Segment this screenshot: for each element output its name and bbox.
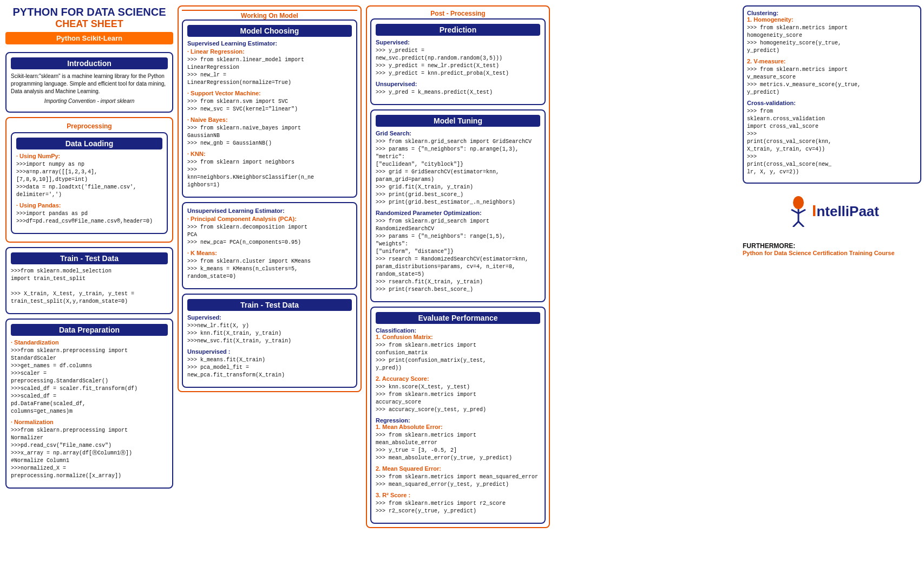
model-choosing-panel: Model Choosing Supervised Learning Estim…: [182, 20, 357, 198]
confusion-code: >>> from sklearn.metrics import confusio…: [376, 342, 540, 372]
preprocessing-label: Preprocessing: [11, 122, 168, 130]
naive-label: · Naive Bayes:: [187, 116, 352, 123]
data-loading-panel: Data Loading · Using NumPy: >>>import nu…: [11, 132, 168, 234]
main-title: PYTHON FOR DATA SCIENCE: [5, 5, 173, 18]
confusion-label: 1. Confusion Matrix:: [376, 334, 540, 340]
naive-code: >>> from sklearn.naive_bayes import Gaus…: [187, 125, 352, 147]
preprocessing-panel: Preprocessing Data Loading · Using NumPy…: [5, 117, 173, 243]
svm-label: · Support Vector Machine:: [187, 90, 352, 96]
mae-label: 1. Mean Absolute Error:: [376, 424, 540, 430]
pandas-code: >>>import pandas as pd >>>df=pd.read_csv…: [16, 210, 162, 225]
unsupervised-label: Unsupervised Learning Estimator:: [187, 207, 352, 214]
crossval-code: >>> from sklearn.cross_validation import…: [747, 108, 917, 176]
column-3: Post - Processing Prediction Supervised:…: [366, 5, 550, 580]
gridsearch-label: Grid Search:: [376, 130, 540, 136]
std-label: · Standardization: [11, 339, 168, 346]
homogeneity-label: 1. Homogeneity:: [747, 16, 917, 23]
pred-supervised-label: Supervised:: [376, 39, 540, 46]
regression-label: Regression:: [376, 417, 540, 424]
pred-unsupervised-label: Unsupervised:: [376, 81, 540, 87]
linear-code: >>> from sklearn.linear_model import Lin…: [187, 56, 352, 87]
column-1: PYTHON FOR DATA SCIENCE CHEAT SHEET Pyth…: [5, 5, 173, 580]
pca-label: · Principal Component Analysis (PCA):: [187, 216, 352, 222]
intellipaat-figure-icon: [785, 194, 812, 227]
data-preparation-panel: Data Preparation · Standardization >>>fr…: [5, 318, 173, 489]
accuracy-code: >>> knn.score(X_test, y_test) >>> from s…: [376, 384, 540, 414]
mse-label: 2. Mean Squared Error:: [376, 465, 540, 472]
page: PYTHON FOR DATA SCIENCE CHEAT SHEET Pyth…: [0, 0, 924, 585]
furthermore-label: FURTHERMORE:: [743, 242, 921, 250]
furthermore-block: FURTHERMORE: Python for Data Science Cer…: [743, 239, 921, 256]
supervised-estimator-label: Supervised Learning Estimator:: [187, 40, 352, 47]
mse-code: >>> from sklearn.metrics import mean_squ…: [376, 473, 540, 489]
cheat-sheet-label: CHEAT SHEET: [5, 18, 173, 30]
model-choosing-title: Model Choosing: [187, 25, 352, 37]
svg-line-4: [793, 222, 798, 227]
train-test2-title: Train - Test Data: [187, 299, 352, 311]
knn-label: · KNN:: [187, 151, 352, 157]
linear-label: · Linear Regression:: [187, 48, 352, 55]
vmeasure-label: 2. V-measure:: [747, 58, 917, 64]
supervised2-code: >>>new_lr.fit(X, y) >>> knn.fit(X_train,…: [187, 322, 352, 345]
accuracy-label: 2. Accuracy Score:: [376, 375, 540, 382]
svg-line-3: [798, 210, 805, 213]
crossval-label: Cross-validation:: [747, 100, 917, 106]
evaluate-panel: Evaluate Performance Classification: 1. …: [370, 307, 546, 524]
header-block: PYTHON FOR DATA SCIENCE CHEAT SHEET Pyth…: [5, 5, 173, 47]
logo-text: ntelliPaat: [816, 203, 879, 219]
randomized-label: Randomized Parameter Optimization:: [376, 210, 540, 216]
train-test-panel: Train - Test Data >>>from sklearn.model_…: [5, 247, 173, 314]
scikit-badge: Python Scikit-Learn: [5, 32, 173, 44]
mae-code: >>> from sklearn.metrics import mean_abs…: [376, 432, 540, 462]
pred-unsupervised-code: >>> y_pred = k_means.predict(X_test): [376, 89, 540, 96]
numpy-code: >>>import numpy as np >>>a=np.array([[1,…: [16, 161, 162, 199]
column-5: Clustering: 1. Homogeneity: >>> from skl…: [743, 5, 921, 580]
supervised2-label: Supervised:: [187, 314, 352, 321]
svg-line-2: [791, 210, 798, 213]
furthermore-link: Python for Data Science Certification Tr…: [743, 250, 921, 256]
model-tuning-title: Model Tuning: [376, 115, 540, 127]
norm-code: >>>from sklearn.preprocessing import Nor…: [11, 427, 168, 480]
unsupervised2-label: Unsupervised :: [187, 348, 352, 355]
svm-code: >>> from sklearn.svm import SVC >>> new_…: [187, 98, 352, 113]
knn-code: >>> from sklearn import neighbors >>> kn…: [187, 159, 352, 189]
column-2: Working On Model Model Choosing Supervis…: [178, 5, 362, 580]
data-preparation-title: Data Preparation: [11, 324, 168, 336]
introduction-panel: Introduction Scikit-learn:"sklearn" is a…: [5, 52, 173, 113]
introduction-body: Scikit-learn:"sklearn" is a machine lear…: [11, 73, 168, 95]
working-on-model-outer: Working On Model Model Choosing Supervis…: [178, 5, 362, 392]
classification-label: Classification:: [376, 327, 540, 334]
pca-code: >>> from sklearn.decomposition import PC…: [187, 224, 352, 246]
model-tuning-panel: Model Tuning Grid Search: >>> from sklea…: [370, 109, 546, 302]
r2-label: 3. R² Score :: [376, 492, 540, 498]
post-label: Post - Processing: [370, 10, 546, 18]
r2-code: >>> from sklearn.metrics import r2_score…: [376, 500, 540, 515]
train-test-title: Train - Test Data: [11, 252, 168, 264]
evaluate-title: Evaluate Performance: [376, 312, 540, 324]
logo-block: IntelliPaat: [743, 194, 921, 228]
numpy-label: · Using NumPy:: [16, 153, 162, 159]
unsupervised-panel: Unsupervised Learning Estimator: · Princ…: [182, 202, 357, 289]
introduction-title: Introduction: [11, 57, 168, 69]
kmeans-label: · K Means:: [187, 250, 352, 256]
kmeans-code: >>> from sklearn.cluster import KMeans >…: [187, 258, 352, 281]
train-test2-panel: Train - Test Data Supervised: >>>new_lr.…: [182, 294, 357, 388]
std-code: >>>from sklearn.preprocessing import Sta…: [11, 347, 168, 415]
homogeneity-code: >>> from sklearn.metrics import homogene…: [747, 24, 917, 55]
importing-text: Importing Convention - import sklearn: [11, 98, 168, 105]
clustering-panel: Clustering: 1. Homogeneity: >>> from skl…: [743, 5, 921, 184]
prediction-title: Prediction: [376, 24, 540, 36]
gridsearch-code: >>> from sklearn.grid_search import Grid…: [376, 138, 540, 206]
prediction-panel: Prediction Supervised: >>> y_predict = n…: [370, 18, 546, 105]
train-test-code: >>>from sklearn.model_selection import t…: [11, 268, 168, 306]
svg-line-5: [798, 222, 804, 227]
svg-point-0: [793, 196, 804, 209]
post-processing-outer: Post - Processing Prediction Supervised:…: [366, 5, 550, 528]
vmeasure-code: >>> from sklearn.metrics import v_measur…: [747, 66, 917, 96]
norm-label: · Normalization: [11, 419, 168, 425]
pred-supervised-code: >>> y_predict = new_svc.predict(np.rando…: [376, 47, 540, 77]
working-label: Working On Model: [182, 10, 357, 20]
unsupervised2-code: >>> k_means.fit(X_train) >>> pca_model_f…: [187, 356, 352, 379]
data-loading-title: Data Loading: [16, 138, 162, 150]
pandas-label: · Using Pandas:: [16, 202, 162, 209]
